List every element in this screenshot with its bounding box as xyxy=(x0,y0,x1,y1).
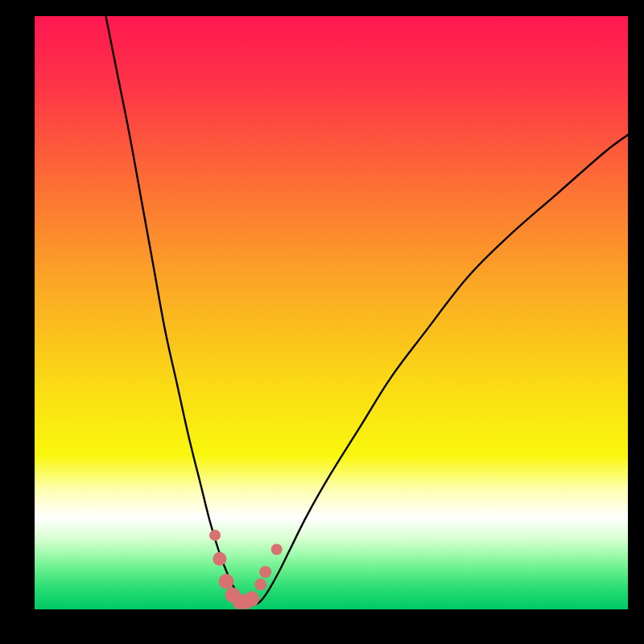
highlight-dot xyxy=(209,530,221,541)
highlight-dot xyxy=(254,579,266,591)
highlight-dot xyxy=(259,566,271,578)
highlight-dot xyxy=(271,544,283,555)
chart-svg xyxy=(35,16,628,609)
chart-frame: TheBottleneck.com xyxy=(16,16,628,628)
highlight-dot xyxy=(219,574,234,589)
highlight-dot xyxy=(213,552,226,566)
plot-area xyxy=(35,16,628,609)
highlight-dot xyxy=(244,591,259,606)
